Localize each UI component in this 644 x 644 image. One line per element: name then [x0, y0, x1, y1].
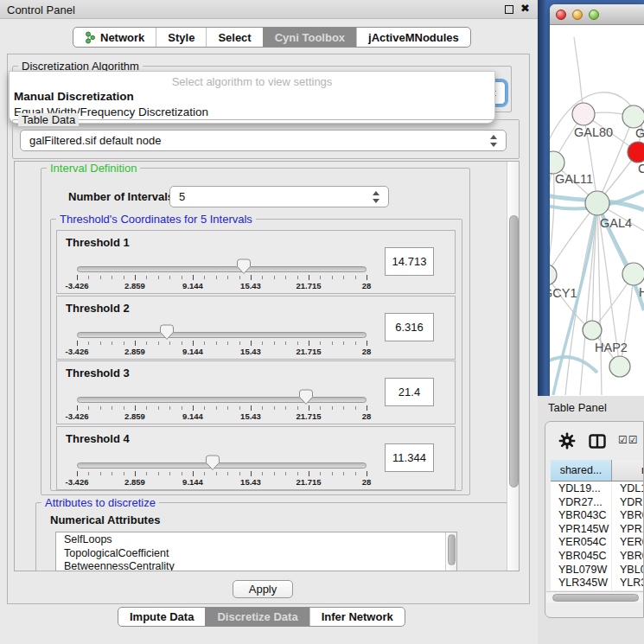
tab-select[interactable]: Select [206, 28, 262, 47]
network-view-window[interactable]: GAL80GACGAL11GAL4GCY1HHAP2 [550, 4, 644, 396]
network-node-gal80[interactable] [572, 103, 595, 125]
attributes-listbox[interactable]: SelfLoopsTopologicalCoefficientBetweenne… [55, 532, 457, 571]
list-scrollbar-thumb[interactable] [448, 534, 456, 565]
attribute-list-item[interactable]: SelfLoops [56, 533, 456, 547]
threshold-slider-track[interactable] [77, 266, 367, 272]
dropdown-option-manual[interactable]: Manual Discretization [14, 90, 134, 103]
network-node-hap2[interactable] [583, 321, 602, 340]
gear-icon[interactable] [558, 432, 576, 453]
tick-mark [216, 406, 217, 410]
table-row[interactable]: YER054CYER0 [551, 535, 644, 549]
tick-mark [332, 406, 333, 410]
cell-shared-name: YBR045C [551, 549, 612, 563]
column-header-shared-name[interactable]: shared... [551, 460, 612, 481]
tick-mark [320, 472, 321, 475]
tick-mark [158, 341, 159, 345]
apply-button[interactable]: Apply [233, 580, 293, 598]
table-data-combobox[interactable]: galFiltered.sif default node [20, 130, 507, 151]
table-hscrollbar-thumb[interactable] [552, 594, 639, 602]
bottom-tab-impute-data[interactable]: Impute Data [118, 608, 205, 626]
bottom-tab-infer-network[interactable]: Infer Network [309, 608, 405, 626]
threshold-slider-track[interactable] [77, 462, 367, 469]
attribute-list-item[interactable]: TopologicalCoefficient [56, 547, 456, 561]
network-node-c[interactable] [628, 142, 644, 163]
tick-mark [285, 341, 286, 345]
tick-label: 15.43 [232, 477, 270, 487]
close-button[interactable] [556, 10, 566, 20]
attributes-legend: Attributes to discretize [41, 496, 159, 509]
table-hscrollbar[interactable] [546, 591, 644, 603]
tab-label: Style [168, 31, 194, 44]
network-node-gal4[interactable] [585, 191, 609, 215]
network-node-ga[interactable] [622, 105, 644, 128]
network-window-titlebar[interactable] [550, 4, 644, 25]
tick-mark [216, 276, 217, 279]
threshold-slider-thumb[interactable] [299, 389, 313, 405]
threshold-value-input[interactable]: 11.344 [385, 443, 434, 472]
tick-label: 21.715 [290, 347, 328, 356]
network-node-label: GA [635, 126, 644, 140]
cell-name: YIL0 [612, 590, 644, 590]
table-row[interactable]: YIL052CYIL0 [551, 590, 644, 590]
bottom-tab-discretize-data[interactable]: Discretize Data [205, 608, 309, 626]
table-row[interactable]: YDL19...YDL1 [551, 481, 644, 495]
threshold-value-input[interactable]: 21.4 [385, 378, 434, 406]
tab-network[interactable]: Network [73, 28, 156, 47]
zoom-button[interactable] [589, 10, 599, 20]
checkbox-icons[interactable]: ☑☑ [618, 434, 639, 446]
tab-jactivemnodules[interactable]: jActiveMNodules [356, 28, 470, 47]
num-intervals-spinner[interactable]: 5 [169, 186, 389, 207]
minimize-button[interactable] [572, 10, 583, 20]
network-node-h[interactable] [622, 263, 644, 285]
cell-name: YDL1 [612, 481, 644, 495]
tick-label: 15.43 [232, 281, 270, 290]
tick-mark [193, 405, 194, 411]
table-row[interactable]: YBR045CYBR0 [551, 549, 644, 563]
tick-mark [100, 472, 101, 475]
tick-label: 9.144 [174, 347, 212, 356]
columns-icon[interactable] [589, 434, 606, 452]
table-row[interactable]: YPR145WYPR1 [551, 522, 644, 536]
table-row[interactable]: YBR043CYBR0 [551, 508, 644, 522]
cell-shared-name: YER054C [551, 535, 612, 549]
interval-definition-group: Interval Definition Number of Intervals … [41, 168, 470, 495]
dropdown-hint: Select algorithm to view settings [10, 75, 494, 88]
tick-mark [332, 472, 333, 475]
tick-mark [169, 341, 170, 345]
tick-mark [262, 406, 263, 410]
tick-mark [193, 471, 194, 476]
threshold-value-input[interactable]: 14.713 [385, 247, 434, 276]
table-row[interactable]: YBL079WYBL0 [551, 563, 644, 577]
float-window-icon[interactable] [505, 5, 513, 14]
tick-label: -3.426 [58, 281, 96, 290]
threshold-slider-thumb[interactable] [160, 324, 174, 341]
network-canvas[interactable]: GAL80GACGAL11GAL4GCY1HHAP2 [550, 25, 644, 396]
threshold-slider-track[interactable] [77, 397, 367, 403]
tick-mark [239, 472, 240, 475]
network-node-label: GCY1 [550, 286, 577, 300]
tab-style[interactable]: Style [156, 28, 206, 47]
table-row[interactable]: YDR27...YDR2 [551, 495, 644, 509]
control-panel-titlebar[interactable]: Control Panel ✖ [0, 0, 538, 19]
tick-mark [124, 341, 124, 345]
table-row[interactable]: YLR345WYLR3 [551, 576, 644, 590]
tick-label: 15.43 [232, 347, 270, 356]
list-scrollbar[interactable] [445, 532, 456, 571]
tab-cyni-toolbox[interactable]: Cyni Toolbox [263, 28, 356, 47]
network-node[interactable] [609, 356, 630, 377]
tick-mark [88, 472, 89, 475]
threshold-slider-thumb[interactable] [237, 258, 251, 275]
close-panel-icon[interactable]: ✖ [520, 2, 530, 15]
threshold-slider-thumb[interactable] [206, 455, 220, 471]
settings-scrollbar[interactable] [507, 162, 519, 571]
tick-mark [332, 341, 333, 345]
settings-scrollbar-thumb[interactable] [509, 215, 519, 488]
network-edge [550, 357, 597, 373]
threshold-value-input[interactable]: 6.316 [385, 313, 434, 341]
network-node-gcy1[interactable] [550, 265, 557, 285]
thresholds-group: Threshold's Coordinates for 5 Intervals … [50, 219, 462, 491]
threshold-slider-track[interactable] [77, 332, 367, 338]
tick-mark [100, 406, 101, 410]
attribute-list-item[interactable]: BetweennessCentrality [56, 560, 456, 571]
column-header-name[interactable]: na [612, 460, 644, 481]
